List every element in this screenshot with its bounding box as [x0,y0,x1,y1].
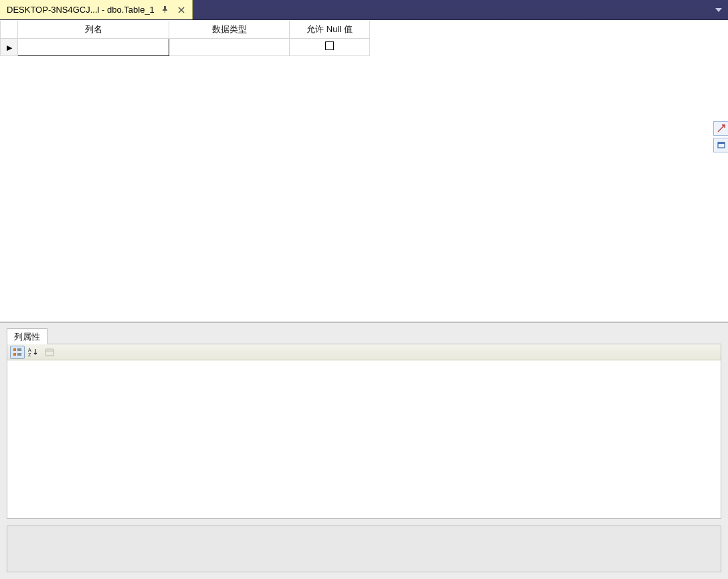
header-data-type[interactable]: 数据类型 [169,21,290,38]
row-selector[interactable]: ▶ [1,38,18,55]
header-column-name[interactable]: 列名 [18,21,169,38]
active-files-dropdown[interactable] [709,0,728,19]
properties-toolbar: A Z [7,344,721,360]
properties-description-box [7,526,721,572]
tab-bar-spacer [193,0,709,19]
close-icon[interactable] [176,5,187,15]
allow-null-checkbox[interactable] [325,41,334,50]
row-selector-header [1,21,18,38]
tab-column-properties[interactable]: 列属性 [7,328,48,344]
alphabetical-icon: A Z [28,348,39,357]
properties-body: A Z [7,344,721,519]
column-properties-pane: 列属性 A Z [0,322,728,579]
table-designer-grid: 列名 数据类型 允许 Null 值 ▶ [0,21,728,322]
side-tab-1[interactable] [713,121,728,136]
document-tab-label: DESKTOP-3NS4GCJ...l - dbo.Table_1 [7,0,155,20]
svg-rect-1 [718,142,725,144]
svg-rect-2 [13,348,16,351]
svg-text:A: A [28,348,31,352]
svg-rect-6 [46,349,54,356]
cell-column-name[interactable] [18,38,169,55]
document-tab-bar: DESKTOP-3NS4GCJ...l - dbo.Table_1 [0,0,728,20]
svg-rect-3 [13,353,16,356]
cell-data-type[interactable] [169,38,290,55]
current-row-indicator-icon: ▶ [7,43,12,51]
categorized-icon [13,348,22,357]
alphabetical-button[interactable]: A Z [26,346,41,359]
side-tool-tabs [713,121,728,152]
table-row[interactable]: ▶ [1,38,370,55]
header-allow-null[interactable]: 允许 Null 值 [290,21,370,38]
property-pages-button [42,346,57,359]
pin-icon[interactable] [160,5,171,15]
side-tab-2[interactable] [713,138,728,152]
svg-text:Z: Z [28,352,31,357]
property-pages-icon [45,348,54,356]
document-tab-active[interactable]: DESKTOP-3NS4GCJ...l - dbo.Table_1 [0,0,193,19]
cell-allow-null[interactable] [290,38,370,55]
properties-grid[interactable] [7,360,721,518]
categorized-button[interactable] [10,346,25,359]
properties-tab-strip: 列属性 [7,328,721,344]
